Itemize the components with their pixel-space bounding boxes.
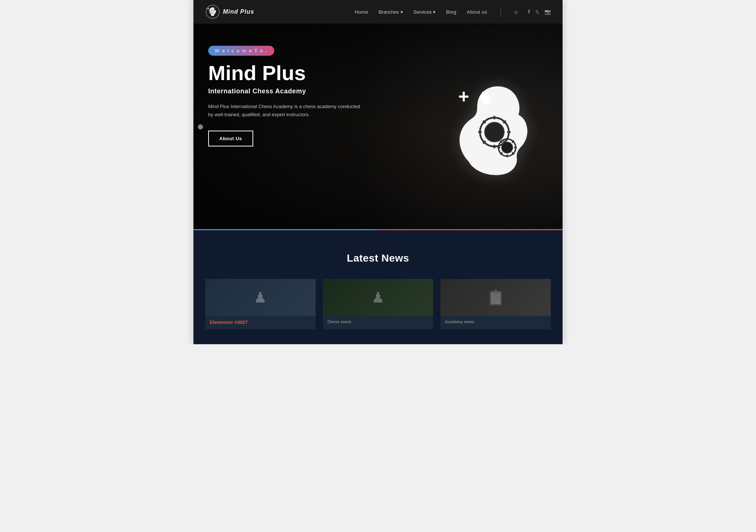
hero-subtitle: International Chess Academy — [208, 87, 371, 95]
search-icon[interactable]: ⌕ — [514, 8, 518, 15]
nav-item-branches[interactable]: Branches ▾ — [379, 9, 403, 15]
nav-menu: Home Branches ▾ Services ▾ Blog About us — [355, 7, 551, 17]
social-links: f 𝕏 📷 — [528, 9, 551, 15]
logo-icon: + ♞ — [205, 4, 220, 19]
news-card-2-image: ♟ — [323, 279, 433, 316]
hero-section: W e l c o m e T o , Mind Plus Internatio… — [193, 24, 563, 230]
about-us-button[interactable]: About Us — [208, 131, 253, 146]
news-card-1: ♟ Elementor #4027 — [205, 279, 316, 329]
nav-item-blog[interactable]: Blog — [446, 8, 456, 15]
instagram-icon[interactable]: 📷 — [544, 9, 551, 15]
news-grid: ♟ Elementor #4027 ♟ Chess event 📋 — [205, 279, 551, 329]
news-card-2-text: Chess event — [323, 316, 433, 328]
news-card-1-image: ♟ — [205, 279, 316, 316]
nav-item-home[interactable]: Home — [355, 8, 368, 15]
progress-blue — [193, 229, 378, 230]
news-card-3-text: Academy news — [440, 316, 551, 328]
hero-description: Mind Plus International Chess Academy is… — [208, 103, 363, 119]
navbar: + ♞ Mind Plus Home Branches ▾ Services — [193, 0, 563, 24]
hero-nav-dot[interactable] — [198, 124, 203, 129]
hero-content: W e l c o m e T o , Mind Plus Internatio… — [193, 24, 385, 169]
logo-link[interactable]: + ♞ Mind Plus — [205, 4, 254, 19]
twitter-icon[interactable]: 𝕏 — [535, 9, 539, 15]
nav-item-services[interactable]: Services ▾ — [413, 9, 436, 15]
svg-text:+: + — [458, 86, 469, 107]
news-card-3-title: Academy news — [445, 319, 546, 324]
hero-title: Mind Plus — [208, 62, 371, 84]
hero-brain-logo: + ♞ — [444, 75, 548, 179]
news-card-3: 📋 Academy news — [440, 279, 551, 329]
news-card-1-text: Elementor #4027 — [205, 316, 316, 329]
news-card-3-image: 📋 — [440, 279, 551, 316]
hero-progress-bar — [193, 229, 563, 230]
svg-text:+: + — [207, 7, 209, 11]
welcome-badge: W e l c o m e T o , — [208, 46, 274, 56]
news-card-2-title: Chess event — [327, 319, 429, 324]
svg-text:♞: ♞ — [213, 7, 217, 11]
facebook-icon[interactable]: f — [528, 9, 530, 15]
branches-chevron: ▾ — [401, 9, 403, 15]
logo-text: Mind Plus — [223, 8, 254, 15]
svg-point-7 — [485, 122, 504, 142]
progress-red — [378, 229, 563, 230]
news-card-1-title: Elementor #4027 — [210, 319, 311, 325]
latest-news-section: Latest News ♟ Elementor #4027 ♟ Chess ev… — [193, 230, 563, 344]
svg-point-17 — [502, 142, 513, 153]
hero-logo-area: + ♞ — [444, 75, 548, 179]
services-chevron: ▾ — [433, 9, 436, 15]
latest-news-title: Latest News — [205, 252, 551, 264]
nav-item-about[interactable]: About us — [467, 8, 487, 15]
news-card-2: ♟ Chess event — [323, 279, 433, 329]
nav-divider — [501, 7, 501, 17]
